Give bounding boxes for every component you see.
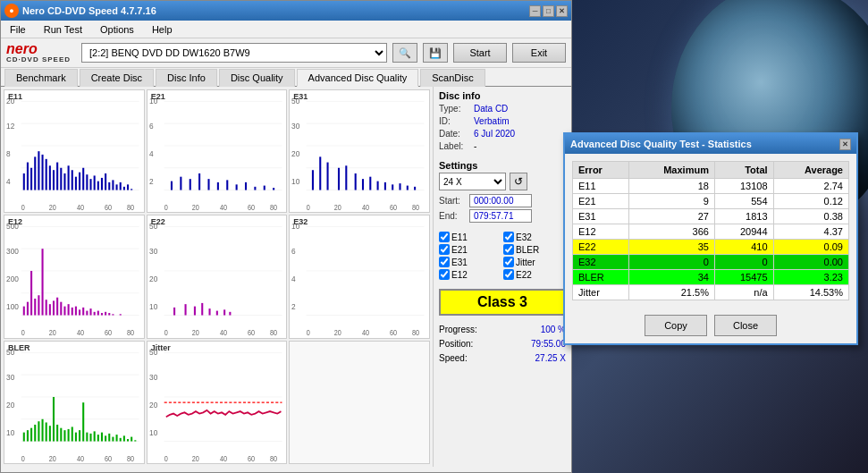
refresh-button[interactable]: ↺ [510, 173, 527, 190]
row-error: E11 [573, 179, 629, 194]
svg-rect-34 [94, 175, 96, 190]
menu-options[interactable]: Options [95, 22, 139, 37]
row-average: 0.38 [773, 209, 848, 224]
svg-rect-157 [194, 307, 196, 316]
disc-date-row: Date: 6 Jul 2020 [439, 128, 566, 140]
tab-create-disc[interactable]: Create Disc [80, 69, 154, 87]
svg-rect-140 [112, 315, 114, 316]
checkbox-e31-label: E31 [451, 258, 468, 267]
speed-prog-label: Speed: [439, 351, 468, 366]
chart-e11-label: E11 [8, 92, 22, 101]
checkbox-e11-item[interactable]: E11 [439, 232, 501, 242]
tab-disc-info[interactable]: Disc Info [156, 69, 217, 87]
copy-button[interactable]: Copy [645, 315, 707, 336]
chart-e21-svg: 10 6 4 2 0 20 40 60 80 [147, 90, 287, 212]
start-label: Start: [439, 196, 466, 206]
checkbox-e31[interactable] [439, 257, 450, 267]
tab-advanced-disc-quality[interactable]: Advanced Disc Quality [297, 69, 419, 87]
tab-disc-quality[interactable]: Disc Quality [219, 69, 295, 87]
svg-rect-96 [384, 182, 386, 190]
checkbox-bler[interactable] [503, 244, 514, 255]
tab-scan-disc[interactable]: ScanDisc [420, 69, 485, 87]
checkbox-e11-label: E11 [451, 232, 468, 242]
svg-rect-196 [42, 418, 44, 441]
speed-select[interactable]: 24 X [439, 173, 506, 190]
svg-rect-17 [30, 168, 32, 190]
close-button[interactable]: ✕ [556, 5, 568, 17]
menu-help[interactable]: Help [147, 22, 178, 37]
svg-rect-141 [120, 315, 122, 316]
checkbox-e31-item[interactable]: E31 [439, 257, 501, 267]
checkbox-jitter[interactable] [503, 257, 514, 267]
svg-rect-217 [120, 437, 122, 441]
checkbox-e32[interactable] [503, 232, 514, 242]
checkbox-e22[interactable] [503, 269, 514, 280]
minimize-button[interactable]: ─ [529, 5, 541, 17]
svg-rect-124 [53, 301, 55, 316]
svg-text:0: 0 [21, 203, 26, 212]
close-button[interactable]: Close [714, 315, 777, 336]
checkbox-e12-item[interactable]: E12 [439, 269, 501, 280]
svg-rect-65 [216, 182, 218, 190]
svg-text:60: 60 [390, 203, 398, 212]
dialog-close-x[interactable]: ✕ [839, 139, 851, 150]
checkbox-e21-item[interactable]: E21 [439, 244, 501, 255]
tab-benchmark[interactable]: Benchmark [4, 69, 78, 87]
svg-text:20: 20 [191, 454, 199, 463]
start-row: Start: 000:00.00 [439, 194, 566, 207]
svg-rect-142 [147, 215, 287, 337]
chart-e12-label: E12 [8, 217, 22, 226]
svg-rect-70 [263, 186, 265, 190]
drive-select[interactable]: [2:2] BENQ DVD DD DW1620 B7W9 [81, 43, 387, 63]
row-error: Jitter [573, 285, 629, 300]
checkbox-e21[interactable] [439, 244, 450, 255]
svg-text:10: 10 [6, 427, 14, 437]
svg-rect-132 [82, 308, 84, 316]
svg-rect-220 [131, 436, 132, 441]
menu-file[interactable]: File [4, 22, 31, 37]
svg-text:80: 80 [270, 329, 278, 338]
col-maximum: Maximum [628, 162, 714, 179]
chart-e21-label: E21 [151, 92, 165, 101]
chart-jitter-label: Jitter [151, 343, 171, 352]
svg-rect-203 [68, 429, 70, 442]
settings-title: Settings [439, 160, 566, 171]
maximize-button[interactable]: □ [543, 5, 554, 17]
svg-rect-160 [215, 311, 217, 316]
chart-jitter-svg: 50 30 20 10 0 20 40 60 80 [147, 342, 287, 463]
start-button[interactable]: Start [453, 43, 507, 63]
svg-text:20: 20 [334, 203, 342, 212]
row-total: n/a [714, 285, 773, 300]
checkbox-e11[interactable] [439, 232, 450, 242]
chart-e12: E12 500 300 200 100 0 20 40 60 80 [4, 215, 145, 338]
row-total: 410 [714, 240, 773, 255]
svg-text:60: 60 [390, 329, 398, 338]
exit-button[interactable]: Exit [512, 43, 566, 63]
checkbox-e32-item[interactable]: E32 [503, 232, 566, 242]
svg-rect-216 [116, 435, 118, 441]
checkbox-jitter-item[interactable]: Jitter [503, 257, 566, 267]
svg-rect-131 [79, 310, 80, 316]
position-label: Position: [439, 337, 473, 351]
svg-rect-26 [63, 173, 65, 190]
row-maximum: 9 [628, 194, 714, 209]
svg-rect-207 [82, 402, 84, 441]
svg-rect-22 [49, 165, 51, 190]
checkbox-e22-item[interactable]: E22 [503, 269, 566, 280]
toolbar-icon-1[interactable]: 🔍 [392, 43, 417, 63]
svg-rect-156 [184, 304, 186, 315]
checkbox-e12[interactable] [439, 269, 450, 280]
progress-label: Progress: [439, 323, 477, 337]
svg-rect-212 [101, 432, 103, 441]
svg-text:100: 100 [6, 302, 19, 312]
svg-text:40: 40 [362, 329, 370, 338]
svg-rect-64 [207, 179, 209, 190]
menu-run-test[interactable]: Run Test [38, 22, 88, 37]
svg-text:60: 60 [105, 203, 113, 212]
svg-rect-29 [75, 177, 77, 190]
svg-text:0: 0 [21, 454, 26, 463]
toolbar-icon-2[interactable]: 💾 [423, 43, 448, 63]
checkbox-bler-item[interactable]: BLER [503, 244, 566, 255]
settings-section: Settings 24 X ↺ Start: 000:00.00 End: 07… [439, 160, 566, 224]
logo: nero CD·DVD SPEED [6, 42, 71, 63]
